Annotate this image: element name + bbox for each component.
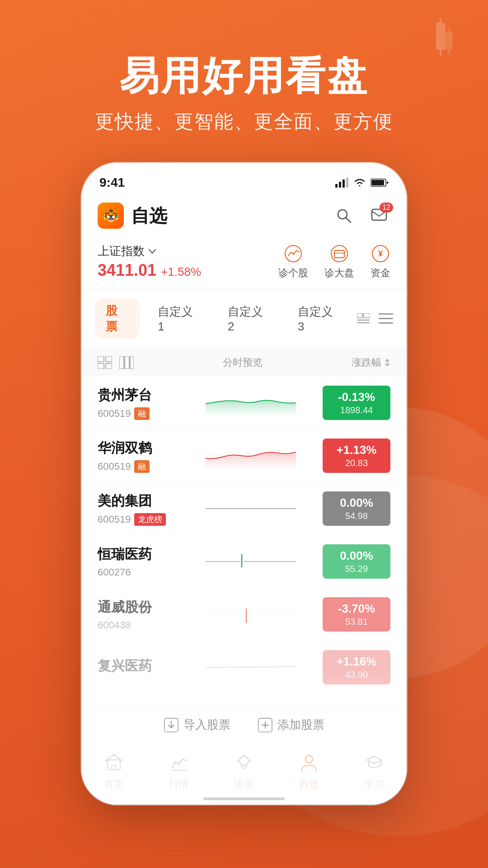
zhengu-icon [283, 244, 303, 264]
import-icon [164, 717, 179, 733]
tab-custom1[interactable]: 自定义1 [147, 299, 210, 338]
money-label: 资金 [371, 266, 390, 280]
stock-item-huarundsh[interactable]: 华润双鹤 600519 融 [81, 429, 407, 482]
tabbar-decision-label: 决策 [234, 778, 254, 791]
chart-line-icon [168, 751, 190, 774]
stock-name-3: 美的集团 [98, 492, 179, 510]
change-col-header[interactable]: 涨跌幅 [352, 356, 390, 369]
tab-custom3[interactable]: 自定义3 [287, 299, 350, 338]
app-title: 自选 [131, 203, 167, 228]
svg-rect-11 [371, 180, 384, 185]
app-logo: 🐯 [98, 203, 124, 229]
phone-mockup: 9:41 [81, 163, 407, 805]
svg-text:¥: ¥ [378, 249, 383, 258]
stock-info-2: 华润双鹤 600519 融 [98, 439, 179, 473]
svg-rect-27 [379, 318, 393, 319]
svg-rect-33 [119, 356, 124, 369]
more-tabs-icon [357, 313, 370, 324]
stock-item-tongwei[interactable]: 通威股份 600438 -3.70% 53.81 [81, 588, 407, 641]
market-value-row: 3411.01 +1.58% [98, 259, 201, 280]
main-title: 易用好用看盘 [0, 54, 488, 98]
stock-info-6: 复兴医药 [98, 657, 179, 678]
stock-name-1: 贵州茅台 [98, 386, 179, 405]
price-badge-6: +1.16% 43.90 [323, 650, 390, 684]
stock-chart-3 [188, 493, 314, 524]
svg-point-57 [305, 755, 313, 763]
money-icon: ¥ [371, 244, 390, 264]
svg-rect-26 [379, 313, 393, 315]
market-bar: 上证指数 3411.01 +1.58% [81, 236, 407, 289]
tabbar-decision[interactable]: 决策 [211, 751, 277, 791]
svg-rect-6 [335, 184, 338, 188]
market-change: +1.58% [161, 265, 201, 279]
tabbar-watchlist-label: 自选 [299, 778, 319, 791]
price-badge-3: 0.00% 54.98 [323, 491, 390, 526]
tabbar-learn[interactable]: 学习 [342, 751, 407, 791]
stock-chart-1 [188, 387, 314, 419]
svg-rect-18 [334, 250, 344, 258]
stock-code-row-3: 600519 龙虎榜 [98, 513, 179, 526]
svg-rect-9 [346, 178, 348, 188]
dropdown-icon [148, 248, 156, 255]
menu-icon[interactable] [379, 312, 393, 325]
signal-icon [335, 178, 349, 188]
person-icon [298, 751, 320, 774]
market-action-zhendapan[interactable]: 诊大盘 [324, 244, 354, 280]
import-stocks-button[interactable]: 导入股票 [164, 717, 230, 733]
tabbar-watchlist[interactable]: 自选 [277, 751, 342, 791]
stock-item-guizhou-maotai[interactable]: 贵州茅台 600519 融 [81, 377, 407, 429]
stock-item-hengrui[interactable]: 恒瑞医药 600276 0.00% 55. [81, 535, 407, 588]
market-actions: 诊个股 诊大盘 [278, 244, 390, 280]
zhendapan-icon [329, 244, 349, 264]
svg-point-16 [292, 252, 295, 255]
status-icons [335, 178, 389, 188]
svg-rect-24 [357, 320, 370, 321]
graduation-icon [363, 751, 385, 774]
svg-rect-35 [130, 356, 134, 369]
tab-bar: 首页 行情 [81, 744, 407, 805]
home-indicator [203, 797, 285, 800]
price-badge-2: +1.13% 20.83 [323, 439, 390, 473]
tabbar-home[interactable]: 首页 [81, 751, 146, 791]
market-action-zhengu[interactable]: 诊个股 [278, 244, 308, 280]
svg-rect-7 [339, 182, 341, 188]
svg-rect-50 [112, 765, 116, 770]
svg-rect-28 [379, 322, 393, 324]
zhendapan-label: 诊大盘 [324, 266, 354, 280]
svg-rect-34 [125, 356, 129, 369]
phone-screen: 9:41 [81, 163, 407, 805]
message-badge: 12 [380, 203, 393, 212]
stock-code-row-1: 600519 融 [98, 407, 179, 420]
market-action-money[interactable]: ¥ 资金 [371, 244, 390, 280]
list-view-icon[interactable] [98, 356, 112, 369]
sub-title: 更快捷、更智能、更全面、更方便 [0, 109, 488, 134]
add-stocks-button[interactable]: 添加股票 [258, 717, 324, 733]
tab-stocks[interactable]: 股票 [95, 298, 140, 339]
zhengu-label: 诊个股 [278, 266, 308, 280]
status-time: 9:41 [99, 175, 125, 190]
stock-item-fuxing[interactable]: 复兴医药 +1.16% 43.90 [81, 641, 407, 694]
svg-point-17 [331, 245, 347, 262]
svg-rect-22 [357, 313, 362, 318]
svg-rect-32 [106, 363, 112, 369]
search-button[interactable] [333, 204, 355, 227]
stock-item-midea[interactable]: 美的集团 600519 龙虎榜 0.00% [81, 482, 407, 535]
grid-view-icon[interactable] [119, 356, 134, 369]
message-button[interactable]: 12 [368, 204, 390, 227]
price-badge-4: 0.00% 55.29 [323, 544, 390, 579]
svg-rect-25 [357, 322, 370, 323]
phone-outer: 9:41 [81, 163, 407, 805]
column-headers: 分时预览 涨跌幅 [81, 349, 407, 377]
market-name[interactable]: 上证指数 [98, 243, 201, 259]
stock-code-row-5: 600438 [98, 619, 179, 631]
svg-rect-8 [343, 179, 345, 188]
svg-rect-51 [171, 770, 187, 771]
header-section: 易用好用看盘 更快捷、更智能、更全面、更方便 [0, 0, 488, 134]
svg-rect-30 [106, 356, 112, 362]
tab-custom2[interactable]: 自定义2 [217, 299, 280, 338]
svg-point-52 [239, 756, 249, 765]
stock-chart-6 [188, 651, 314, 683]
tabbar-market[interactable]: 行情 [146, 751, 211, 791]
svg-rect-49 [108, 760, 120, 770]
stock-chart-5 [188, 599, 314, 630]
